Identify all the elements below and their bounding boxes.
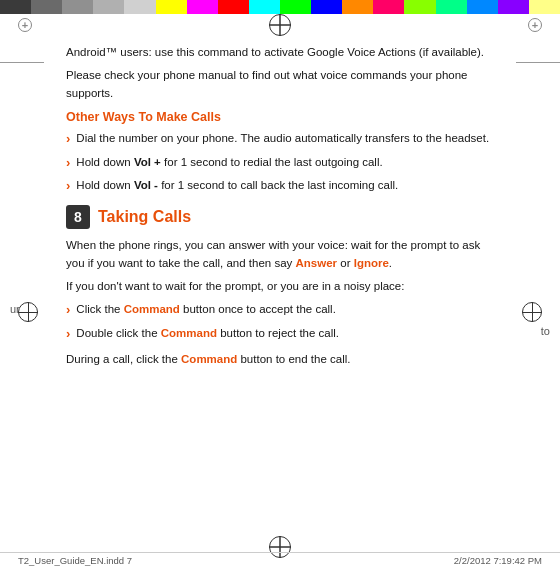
side-label-left: ur xyxy=(10,303,20,315)
bullet-arrow-icon: › xyxy=(66,325,70,343)
footer-right: 2/2/2012 7:19:42 PM xyxy=(454,555,542,566)
ignore-highlight: Ignore xyxy=(354,257,389,269)
bullet-item-doubleclick-command: › Double click the Command button to rej… xyxy=(66,325,494,343)
other-ways-bullet-list: › Dial the number on your phone. The aud… xyxy=(66,130,494,195)
footer-line: T2_User_Guide_EN.indd 7 2/2/2012 7:19:42… xyxy=(0,552,560,568)
footer-left: T2_User_Guide_EN.indd 7 xyxy=(18,555,132,566)
answer-highlight: Answer xyxy=(296,257,338,269)
crosshair-lines-icon xyxy=(269,14,291,36)
other-ways-heading: Other Ways To Make Calls xyxy=(66,110,494,124)
chapter-body-para1: When the phone rings, you can answer wit… xyxy=(66,237,494,273)
chapter-title: Taking Calls xyxy=(98,208,191,226)
command-highlight-3: Command xyxy=(181,353,237,365)
color-segment xyxy=(187,0,218,14)
main-content: Android™ users: use this command to acti… xyxy=(0,36,560,368)
bullet-item-vol-plus: › Hold down Vol + for 1 second to redial… xyxy=(66,154,494,172)
reg-mark-right xyxy=(528,18,542,32)
bullet-text-vol-minus: Hold down Vol - for 1 second to call bac… xyxy=(76,177,398,194)
command-highlight-1: Command xyxy=(124,303,180,315)
color-segment xyxy=(156,0,187,14)
bullet-item-vol-minus: › Hold down Vol - for 1 second to call b… xyxy=(66,177,494,195)
chapter-body-prefix: When the phone rings, you can answer wit… xyxy=(66,239,480,269)
registration-marks-top xyxy=(0,14,560,36)
color-segment xyxy=(249,0,280,14)
color-segment xyxy=(280,0,311,14)
crosshair-top-center xyxy=(269,14,291,36)
intro-section: Android™ users: use this command to acti… xyxy=(66,44,494,102)
bullet-item-click-command: › Click the Command button once to accep… xyxy=(66,301,494,319)
bullet-arrow-icon: › xyxy=(66,130,70,148)
color-bar xyxy=(0,0,560,14)
chapter-body: When the phone rings, you can answer wit… xyxy=(66,237,494,295)
bullet-arrow-icon: › xyxy=(66,301,70,319)
chapter-body-suffix: . xyxy=(389,257,392,269)
color-segment xyxy=(0,0,31,14)
color-segment xyxy=(62,0,93,14)
command-highlight-2: Command xyxy=(161,327,217,339)
bottom-section: ur to › Click the Command button once to… xyxy=(66,301,494,368)
last-line-text: During a call, click the Command button … xyxy=(66,351,350,368)
side-label-right: to xyxy=(541,325,550,337)
vol-plus-bold: Vol + xyxy=(134,156,161,168)
color-segment xyxy=(436,0,467,14)
vol-minus-bold: Vol - xyxy=(134,179,158,191)
taking-calls-bullet-list: › Click the Command button once to accep… xyxy=(66,301,494,342)
color-segment xyxy=(342,0,373,14)
bullet-text-doubleclick-command: Double click the Command button to rejec… xyxy=(76,325,339,342)
chapter-heading-row: 8 Taking Calls xyxy=(66,205,494,229)
color-segment xyxy=(373,0,404,14)
color-segment xyxy=(218,0,249,14)
chapter-body-para2: If you don't want to wait for the prompt… xyxy=(66,278,494,296)
footer: T2_User_Guide_EN.indd 7 2/2/2012 7:19:42… xyxy=(0,552,560,586)
chapter-badge: 8 xyxy=(66,205,90,229)
color-segment xyxy=(124,0,155,14)
bullet-arrow-icon: › xyxy=(66,154,70,172)
last-line: During a call, click the Command button … xyxy=(66,351,494,368)
intro-para1: Android™ users: use this command to acti… xyxy=(66,44,494,62)
color-segment xyxy=(404,0,435,14)
bullet-text-click-command: Click the Command button once to accept … xyxy=(76,301,336,318)
bullet-text-dial: Dial the number on your phone. The audio… xyxy=(76,130,489,147)
chapter-body-middle: or xyxy=(337,257,354,269)
color-segment xyxy=(311,0,342,14)
color-segment xyxy=(31,0,62,14)
color-segment xyxy=(93,0,124,14)
bullet-arrow-icon: › xyxy=(66,177,70,195)
color-segment xyxy=(498,0,529,14)
color-segment xyxy=(529,0,560,14)
reg-mark-left xyxy=(18,18,32,32)
color-segment xyxy=(467,0,498,14)
bullet-text-vol-plus: Hold down Vol + for 1 second to redial t… xyxy=(76,154,382,171)
intro-para2: Please check your phone manual to find o… xyxy=(66,67,494,103)
bullet-item-dial: › Dial the number on your phone. The aud… xyxy=(66,130,494,148)
